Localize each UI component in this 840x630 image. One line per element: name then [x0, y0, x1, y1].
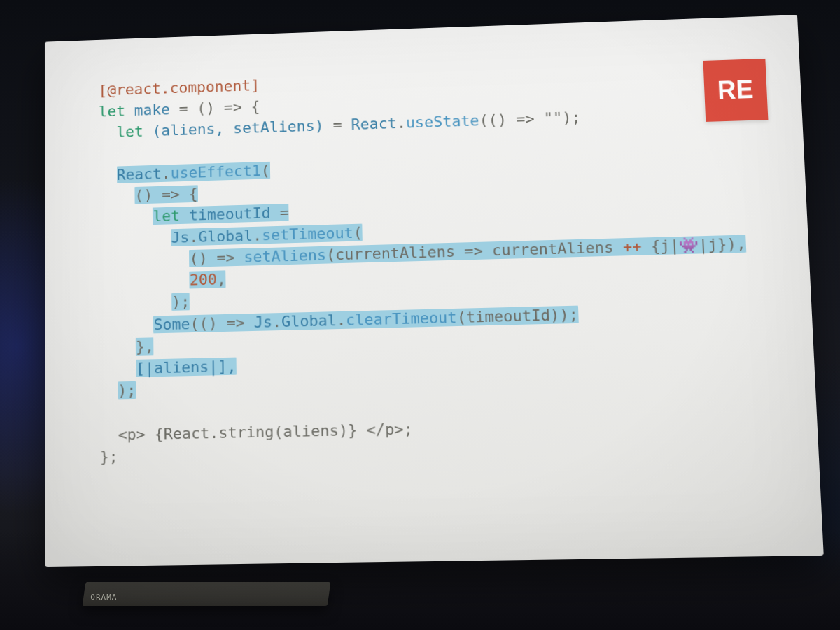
code-token: useState	[405, 112, 479, 132]
code-token: () =>	[189, 248, 244, 267]
highlighted-code: },	[136, 337, 154, 356]
code-token: ,	[217, 270, 226, 288]
code-token: useEffect1	[171, 162, 261, 181]
code-token: let	[99, 102, 125, 120]
code-token: (currentAliens => currentAliens	[326, 238, 624, 263]
code-token: },	[136, 337, 154, 356]
highlighted-code: let timeoutId =	[153, 204, 288, 225]
code-token: Some	[153, 315, 190, 333]
code-token: =	[323, 116, 351, 134]
highlighted-code: React.useEffect1(	[117, 162, 270, 183]
code-token: [@react.component]	[99, 77, 260, 99]
code-token: setTimeout	[262, 224, 354, 244]
code-token: Js	[254, 313, 273, 331]
code-token: let	[153, 207, 180, 225]
code-token: (	[261, 162, 270, 179]
code-token: (() =>	[190, 314, 254, 332]
code-token: (aliens, setAliens)	[152, 117, 323, 139]
frame-brand: ORAMA	[90, 593, 117, 602]
code-token: (timeoutId));	[456, 305, 578, 326]
projection-screen-wrap: RE [@react.component] let make = () => {…	[38, 24, 805, 556]
code-token: <p> {React.string(aliens)} </p>;	[118, 420, 414, 444]
code-token: 200	[190, 271, 217, 289]
highlighted-code: 200,	[190, 270, 226, 288]
code-token: = () => {	[170, 98, 260, 118]
code-token: clearTimeout	[346, 308, 457, 328]
projection-screen: RE [@react.component] let make = () => {…	[45, 15, 824, 567]
code-token: React	[351, 115, 397, 134]
code-token: [|aliens|],	[136, 358, 237, 377]
highlighted-code: [|aliens|],	[136, 358, 237, 377]
code-token: {j|👾|j}),	[641, 234, 746, 255]
highlighted-code: Js.Global.setTimeout(	[171, 223, 363, 246]
code-token: };	[100, 448, 118, 466]
code-token: timeoutId	[180, 204, 271, 224]
code-token: =	[270, 204, 288, 221]
highlighted-code: );	[172, 293, 190, 311]
highlighted-code: );	[118, 382, 136, 400]
code-token: Global	[281, 312, 337, 330]
room-background: ORAMA RE [@react.component] let make = (…	[0, 0, 840, 630]
code-token: setAliens	[244, 246, 326, 266]
code-token: ++	[622, 237, 642, 255]
code-token: make	[134, 101, 170, 119]
code-token: () => {	[134, 185, 197, 204]
highlighted-code: () => {	[134, 185, 197, 204]
code-token: let	[116, 123, 144, 141]
code-token: React	[117, 165, 162, 183]
code-token: (	[353, 223, 363, 241]
highlighted-code: Some(() => Js.Global.clearTimeout(timeou…	[153, 305, 578, 333]
code-slide: [@react.component] let make = () => { le…	[45, 15, 824, 567]
code-token: Js	[171, 228, 189, 246]
screen-frame-bar: ORAMA	[83, 582, 331, 606]
code-token: (() => "");	[479, 108, 581, 129]
code-token: );	[172, 293, 190, 311]
code-token: Global	[198, 227, 253, 246]
code-token: );	[118, 382, 136, 400]
